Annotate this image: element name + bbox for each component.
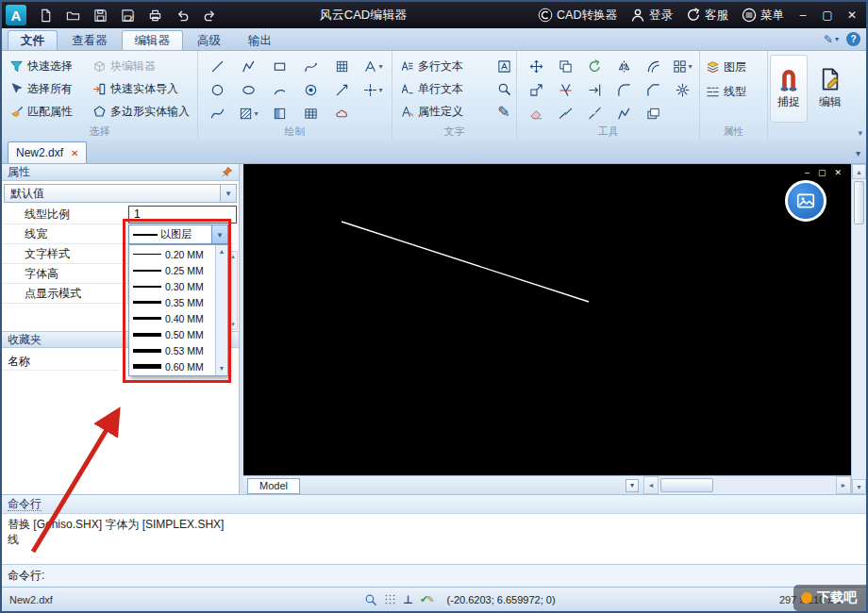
dropdown-arrow-icon[interactable]: ▾ bbox=[211, 225, 227, 243]
lineweight-option[interactable]: 0.30 MM bbox=[129, 278, 227, 294]
snap-button[interactable]: 捕捉 bbox=[770, 55, 808, 123]
ortho-icon[interactable]: ⊥ bbox=[403, 593, 413, 606]
move-tool-icon[interactable] bbox=[522, 55, 551, 78]
linetype-scale-value[interactable]: 1 bbox=[128, 206, 237, 224]
preset-combobox[interactable]: 默认值 ▾ bbox=[4, 184, 237, 203]
select-all-button[interactable]: 选择所有 bbox=[9, 81, 92, 97]
tab-viewer[interactable]: 查看器 bbox=[58, 30, 121, 50]
scrollbar-track[interactable] bbox=[852, 179, 866, 479]
mirror-tool-icon[interactable] bbox=[609, 55, 639, 78]
offset-tool-icon[interactable] bbox=[639, 55, 668, 78]
open-file-button[interactable] bbox=[61, 5, 84, 25]
layers-button[interactable]: 图层 bbox=[706, 59, 765, 75]
command-input[interactable] bbox=[50, 565, 866, 587]
spline-tool-icon[interactable] bbox=[202, 102, 233, 125]
scale-tool-icon[interactable] bbox=[522, 78, 551, 102]
canvas-close-icon[interactable]: ✕ bbox=[834, 169, 842, 177]
print-button[interactable] bbox=[143, 5, 166, 25]
undo-button[interactable] bbox=[171, 5, 193, 25]
arc-tool-icon[interactable] bbox=[264, 78, 295, 102]
canvas-restore-icon[interactable]: ▢ bbox=[818, 169, 826, 177]
table-tool-icon[interactable] bbox=[295, 102, 326, 125]
lineweight-option[interactable]: 0.53 MM bbox=[129, 342, 227, 358]
hatch-tool-icon[interactable]: ▾ bbox=[233, 102, 264, 125]
layout-list-icon[interactable]: ▾ bbox=[626, 479, 639, 492]
rotate-tool-icon[interactable] bbox=[580, 55, 609, 78]
measure-tool-icon[interactable]: ▾ bbox=[358, 55, 389, 78]
copy-tool-icon[interactable] bbox=[551, 55, 580, 78]
scrollbar-track[interactable] bbox=[659, 476, 836, 494]
scroll-left-icon[interactable]: ◄ bbox=[643, 476, 659, 494]
save-as-button[interactable] bbox=[116, 5, 139, 25]
close-document-icon[interactable]: ✕ bbox=[71, 148, 78, 158]
block-editor-button[interactable]: 块编辑器 bbox=[92, 58, 202, 75]
edit-button[interactable]: 编辑 bbox=[811, 55, 849, 123]
join-tool-icon[interactable] bbox=[551, 102, 580, 125]
pin-icon[interactable] bbox=[221, 166, 233, 178]
draft-check-icon[interactable]: ✔✎ bbox=[420, 593, 435, 605]
region-tool-icon[interactable] bbox=[326, 55, 358, 78]
array-tool-icon[interactable]: ▾ bbox=[668, 55, 697, 78]
horizontal-scrollbar[interactable]: ◄ ► bbox=[643, 475, 851, 494]
scroll-down-icon[interactable]: ▼ bbox=[852, 479, 866, 494]
vertical-scrollbar[interactable]: ▲ ▼ bbox=[851, 164, 866, 494]
break-tool-icon[interactable] bbox=[580, 102, 609, 125]
lineweight-option[interactable]: 0.40 MM bbox=[129, 310, 227, 326]
erase-tool-icon[interactable] bbox=[522, 102, 551, 125]
draw-order-tool-icon[interactable] bbox=[639, 102, 668, 125]
trim-tool-icon[interactable] bbox=[551, 78, 580, 102]
tab-advanced[interactable]: 高级 bbox=[184, 30, 234, 50]
panel-scrollbar[interactable]: ▲ ▼ bbox=[228, 251, 238, 330]
collapse-ribbon-icon[interactable]: ▾ bbox=[858, 128, 862, 138]
explode-tool-icon[interactable] bbox=[668, 78, 697, 102]
linetype-button[interactable]: 线型 bbox=[706, 84, 765, 100]
circle-tool-icon[interactable] bbox=[202, 78, 233, 102]
lineweight-option[interactable]: 0.25 MM bbox=[129, 262, 227, 278]
line-tool-icon[interactable] bbox=[202, 55, 233, 78]
point-tool-icon[interactable]: ▾ bbox=[358, 78, 389, 102]
tab-editor[interactable]: 编辑器 bbox=[122, 30, 184, 50]
redo-button[interactable] bbox=[198, 5, 221, 25]
scrollbar-thumb[interactable] bbox=[660, 478, 713, 492]
lineweight-option[interactable]: 0.20 MM bbox=[129, 246, 227, 262]
edit-text-icon[interactable]: ✎ bbox=[494, 100, 513, 123]
scroll-down-icon[interactable]: ▼ bbox=[230, 322, 236, 327]
scroll-up-icon[interactable]: ▲ bbox=[219, 247, 225, 257]
pedit-tool-icon[interactable] bbox=[609, 102, 639, 125]
menu-button[interactable]: 菜单 bbox=[735, 2, 791, 28]
tab-output[interactable]: 输出 bbox=[235, 30, 285, 50]
extend-tool-icon[interactable] bbox=[580, 78, 609, 102]
revision-cloud-tool-icon[interactable] bbox=[326, 102, 358, 125]
quick-entity-import-button[interactable]: 快速实体导入 bbox=[92, 81, 202, 97]
gradient-tool-icon[interactable] bbox=[264, 102, 295, 125]
minimize-button[interactable]: – bbox=[791, 2, 815, 28]
help-icon[interactable]: ? bbox=[846, 32, 860, 46]
customer-service-button[interactable]: 客服 bbox=[679, 2, 735, 28]
scroll-up-icon[interactable]: ▲ bbox=[852, 164, 866, 179]
model-tab[interactable]: Model bbox=[247, 478, 300, 494]
sketch-tool-icon[interactable] bbox=[295, 55, 326, 78]
cad-converter-button[interactable]: CAD转换器 bbox=[531, 2, 624, 28]
scroll-right-icon[interactable]: ► bbox=[836, 476, 851, 494]
fillet-tool-icon[interactable] bbox=[609, 78, 639, 102]
chamfer-tool-icon[interactable] bbox=[639, 78, 668, 102]
polyline-tool-icon[interactable] bbox=[233, 55, 264, 78]
quick-select-button[interactable]: 快速选择 bbox=[9, 58, 92, 75]
lineweight-option[interactable]: 0.50 MM bbox=[129, 326, 227, 342]
donut-tool-icon[interactable] bbox=[295, 78, 326, 102]
maximize-button[interactable]: ▢ bbox=[815, 2, 840, 28]
drawing-canvas[interactable]: – ▢ ✕ Model ▾ ◄ ► bbox=[243, 164, 851, 494]
find-text-icon[interactable] bbox=[494, 77, 513, 100]
save-button[interactable] bbox=[89, 5, 111, 25]
image-convert-badge[interactable] bbox=[785, 180, 826, 222]
tab-file[interactable]: 文件 bbox=[8, 30, 58, 50]
lineweight-option[interactable]: 0.35 MM bbox=[129, 294, 227, 310]
scroll-up-icon[interactable]: ▲ bbox=[230, 254, 236, 259]
polygon-entity-input-button[interactable]: 多边形实体输入 bbox=[92, 104, 202, 120]
dropdown-arrow-icon[interactable]: ▾ bbox=[220, 185, 236, 202]
zoom-icon[interactable] bbox=[364, 593, 377, 606]
scroll-down-icon[interactable]: ▼ bbox=[219, 364, 225, 373]
login-button[interactable]: 登录 bbox=[624, 2, 679, 28]
match-properties-button[interactable]: 匹配属性 bbox=[9, 104, 92, 120]
document-tabs-more-icon[interactable]: ▾ bbox=[856, 148, 860, 158]
